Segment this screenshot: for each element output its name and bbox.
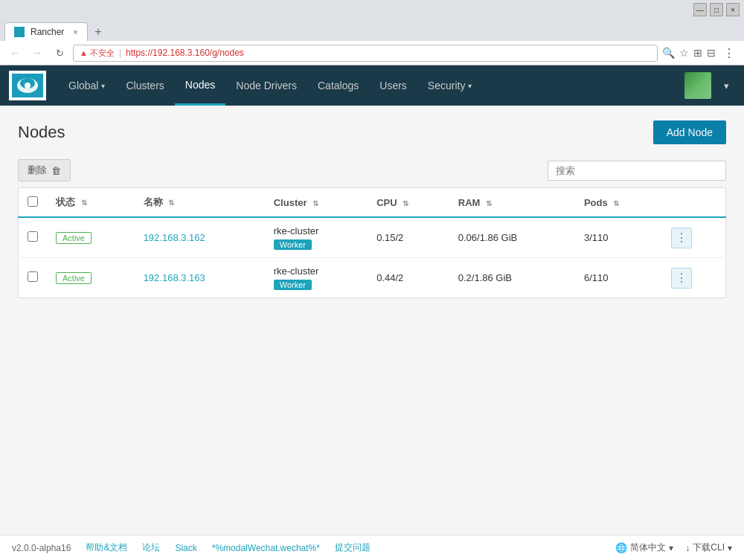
title-bar: — □ × [0,0,744,19]
tab-favicon [14,27,25,37]
header-checkbox-cell [19,188,48,218]
col-pods[interactable]: Pods ⇅ [575,188,662,218]
browser-menu-btn[interactable]: ⋮ [720,44,738,62]
main-content: Nodes Add Node 删除 🗑 状态 ⇅ [0,106,744,535]
nav-security[interactable]: Security ▾ [417,65,483,106]
status-badge-0: Active [56,232,92,244]
tab-bar: Rancher × + [0,19,744,41]
nav-global[interactable]: Global ▾ [58,65,115,106]
new-tab-btn[interactable]: + [89,23,107,41]
nodes-table: 状态 ⇅ 名称 ⇅ Cluster ⇅ CPU ⇅ [18,187,726,298]
row-checkbox-1[interactable] [28,271,38,282]
search-input[interactable] [548,161,726,181]
row-name-1: 192.168.3.163 [135,258,265,298]
nav-users[interactable]: Users [369,65,417,106]
row-action-btn-1[interactable]: ⋮ [671,268,692,289]
close-btn[interactable]: × [726,3,740,16]
footer-right: 🌐 简体中文 ▾ ↓ 下载CLI ▾ [615,541,732,554]
delete-button[interactable]: 删除 🗑 [18,159,71,181]
cli-label: 下载CLI [693,541,725,554]
nav-clusters[interactable]: Clusters [115,65,174,106]
table-body: Active 192.168.3.162 rke-cluster Worker … [19,217,726,298]
cpu-sort-icon: ⇅ [403,199,408,207]
slack-link[interactable]: Slack [175,543,196,553]
version-label: v2.0.0-alpha16 [12,543,71,553]
col-name[interactable]: 名称 ⇅ [135,188,265,218]
page-title: Nodes [18,123,65,142]
avatar-image [684,72,711,99]
footer: v2.0.0-alpha16 帮助&文档 论坛 Slack *%modalWec… [0,535,744,560]
app: Global ▾ Clusters Nodes Node Drivers Cat… [0,65,744,560]
row-checkbox-cell-0 [19,217,48,258]
nav-global-label: Global [68,80,98,91]
globe-icon: 🌐 [615,542,627,553]
row-checkbox-0[interactable] [28,231,38,242]
search-icon[interactable]: 🔍 [662,47,675,59]
col-ram[interactable]: RAM ⇅ [449,188,575,218]
cluster-cell-0: rke-cluster Worker [274,225,359,250]
security-dropdown-arrow: ▾ [468,82,472,90]
row-cluster-0: rke-cluster Worker [265,217,368,258]
cli-arrow: ▾ [728,543,732,553]
row-ram-1: 0.2/1.86 GiB [449,258,575,298]
cluster-name-1: rke-cluster [274,265,359,277]
cluster-cell-1: rke-cluster Worker [274,265,359,290]
maximize-btn[interactable]: □ [710,3,723,16]
add-node-button[interactable]: Add Node [653,120,726,144]
minimize-btn[interactable]: — [693,3,707,16]
col-actions [662,188,726,218]
ext2-icon[interactable]: ⊟ [707,47,716,59]
refresh-btn[interactable]: ↻ [51,44,68,62]
rancher-logo [12,74,43,97]
delete-label: 删除 [28,164,47,177]
row-checkbox-cell-1 [19,258,48,298]
feedback-link[interactable]: 提交问题 [335,541,371,554]
col-status[interactable]: 状态 ⇅ [47,188,135,218]
user-menu-dropdown[interactable]: ▾ [717,72,735,99]
table-header: 状态 ⇅ 名称 ⇅ Cluster ⇅ CPU ⇅ [19,188,726,218]
forum-link[interactable]: 论坛 [142,541,160,554]
address-bar-icons: 🔍 ☆ ⊞ ⊟ [662,47,716,59]
ram-sort-icon: ⇅ [486,199,492,207]
col-status-label: 状态 [56,196,75,207]
table-header-row: 状态 ⇅ 名称 ⇅ Cluster ⇅ CPU ⇅ [19,188,726,218]
nav-catalogs[interactable]: Catalogs [307,65,369,106]
row-action-btn-0[interactable]: ⋮ [671,228,692,248]
row-status-1: Active [47,258,135,298]
node-link-0[interactable]: 192.168.3.162 [144,232,205,243]
status-badge-1: Active [56,272,92,284]
nav-clusters-label: Clusters [126,80,164,91]
row-name-0: 192.168.3.162 [135,217,265,258]
cluster-name-0: rke-cluster [274,225,359,236]
lang-label: 简体中文 [630,541,666,554]
nav-node-drivers[interactable]: Node Drivers [225,65,307,106]
select-all-checkbox[interactable] [28,196,38,207]
tab-close-btn[interactable]: × [73,28,77,36]
language-selector[interactable]: 🌐 简体中文 ▾ [615,541,673,554]
bookmark-icon[interactable]: ☆ [679,47,689,59]
forward-btn[interactable]: → [28,44,46,62]
nav-catalogs-label: Catalogs [318,80,359,91]
security-warning: ▲ 不安全 [80,48,115,59]
brand-logo [9,71,46,100]
help-docs-link[interactable]: 帮助&文档 [86,541,127,554]
col-cluster[interactable]: Cluster ⇅ [265,188,368,218]
ext1-icon[interactable]: ⊞ [693,47,702,59]
back-btn[interactable]: ← [6,44,24,62]
browser-tab[interactable]: Rancher × [4,22,88,41]
user-avatar[interactable] [684,72,711,99]
col-cpu-label: CPU [376,197,397,208]
col-cluster-label: Cluster [274,197,307,208]
nav-nodes[interactable]: Nodes [175,65,225,106]
brand-logo-inner [9,71,46,100]
tab-title: Rancher [31,27,64,37]
row-cluster-1: rke-cluster Worker [265,258,368,298]
lang-arrow: ▾ [669,543,673,553]
url-field[interactable]: ▲ 不安全 | https://192.168.3.160/g/nodes [73,45,658,62]
node-link-1[interactable]: 192.168.3.163 [144,272,205,283]
row-cpu-0: 0.15/2 [368,217,449,258]
download-cli[interactable]: ↓ 下载CLI ▾ [685,541,732,554]
wechat-link[interactable]: *%modalWechat.wechat%* [212,543,320,553]
col-cpu[interactable]: CPU ⇅ [368,188,449,218]
row-status-0: Active [47,217,135,258]
